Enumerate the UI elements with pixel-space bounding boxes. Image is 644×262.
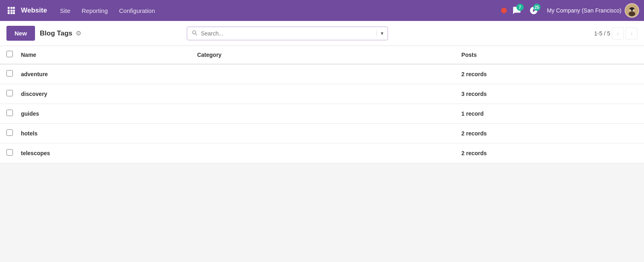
row-posts-1: 3 records <box>461 91 638 97</box>
pagination-prev-button[interactable]: ‹ <box>612 27 624 40</box>
svg-rect-1 <box>10 7 12 9</box>
column-header-posts: Posts <box>461 52 638 58</box>
search-icon <box>191 29 198 37</box>
row-checkbox-4[interactable] <box>6 149 13 156</box>
search-dropdown-button[interactable]: ▾ <box>376 30 388 36</box>
row-name-2: guides <box>21 110 197 117</box>
table-row[interactable]: adventure 2 records <box>0 64 644 84</box>
messages-badge: 7 <box>516 4 524 11</box>
row-checkbox-cell-2[interactable] <box>6 110 21 118</box>
row-posts-0: 2 records <box>461 71 638 77</box>
svg-rect-7 <box>10 12 12 14</box>
messages-icon-button[interactable]: 7 <box>510 4 524 17</box>
select-all-checkbox-cell[interactable] <box>6 51 21 59</box>
column-header-category: Category <box>197 52 462 58</box>
nav-item-configuration[interactable]: Configuration <box>114 5 160 17</box>
row-checkbox-cell-4[interactable] <box>6 149 21 157</box>
table-row[interactable]: guides 1 record <box>0 104 644 124</box>
activity-badge: 25 <box>533 4 541 11</box>
svg-rect-6 <box>8 12 10 14</box>
blog-tags-table: Name Category Posts adventure 2 records … <box>0 46 644 163</box>
page-title-area: Blog Tags ⚙ <box>40 29 81 37</box>
search-input[interactable] <box>201 27 372 40</box>
row-posts-2: 1 record <box>461 110 638 117</box>
pagination-text: 1-5 / 5 <box>594 30 610 37</box>
settings-icon[interactable]: ⚙ <box>76 29 81 37</box>
svg-rect-3 <box>8 10 10 12</box>
row-posts-4: 2 records <box>461 150 638 156</box>
row-checkbox-3[interactable] <box>6 129 13 136</box>
search-bar: ▾ <box>187 27 388 40</box>
row-checkbox-cell-0[interactable] <box>6 70 21 78</box>
table-row[interactable]: hotels 2 records <box>0 124 644 143</box>
svg-point-14 <box>633 10 634 11</box>
nav-brand[interactable]: Website <box>21 6 47 15</box>
table-body: adventure 2 records discovery 3 records … <box>0 64 644 163</box>
column-header-name: Name <box>21 52 197 58</box>
nav-item-reporting[interactable]: Reporting <box>77 5 113 17</box>
pagination-next-button[interactable]: › <box>625 27 638 40</box>
company-name[interactable]: My Company (San Francisco) <box>547 7 621 14</box>
nav-item-site[interactable]: Site <box>55 5 75 17</box>
svg-point-13 <box>630 10 631 11</box>
page-title: Blog Tags <box>40 29 72 37</box>
svg-rect-12 <box>630 8 634 9</box>
table-header-row: Name Category Posts <box>0 46 644 64</box>
svg-rect-4 <box>10 10 12 12</box>
svg-rect-2 <box>13 7 15 9</box>
table-row[interactable]: discovery 3 records <box>0 84 644 104</box>
row-checkbox-1[interactable] <box>6 90 13 96</box>
activity-icon-button[interactable]: 25 <box>527 4 541 17</box>
svg-rect-8 <box>13 12 15 14</box>
row-name-0: adventure <box>21 71 197 77</box>
top-navigation: Website Site Reporting Configuration 7 2… <box>0 0 644 21</box>
status-dot <box>501 8 507 13</box>
new-button[interactable]: New <box>6 26 35 41</box>
svg-point-11 <box>629 12 636 17</box>
user-avatar[interactable] <box>625 3 639 18</box>
svg-rect-0 <box>8 7 10 9</box>
row-checkbox-0[interactable] <box>6 70 13 77</box>
row-checkbox-2[interactable] <box>6 110 13 116</box>
svg-rect-5 <box>13 10 15 12</box>
select-all-checkbox[interactable] <box>6 51 13 57</box>
row-name-4: telescopes <box>21 150 197 156</box>
row-checkbox-cell-1[interactable] <box>6 90 21 98</box>
table-row[interactable]: telescopes 2 records <box>0 143 644 163</box>
row-name-3: hotels <box>21 130 197 137</box>
row-posts-3: 2 records <box>461 130 638 137</box>
row-name-1: discovery <box>21 91 197 97</box>
row-checkbox-cell-3[interactable] <box>6 129 21 137</box>
pagination-area: 1-5 / 5 ‹ › <box>594 27 638 40</box>
grid-menu-icon[interactable] <box>5 4 18 17</box>
empty-area <box>0 163 644 220</box>
toolbar: New Blog Tags ⚙ ▾ 1-5 / 5 ‹ › <box>0 21 644 46</box>
